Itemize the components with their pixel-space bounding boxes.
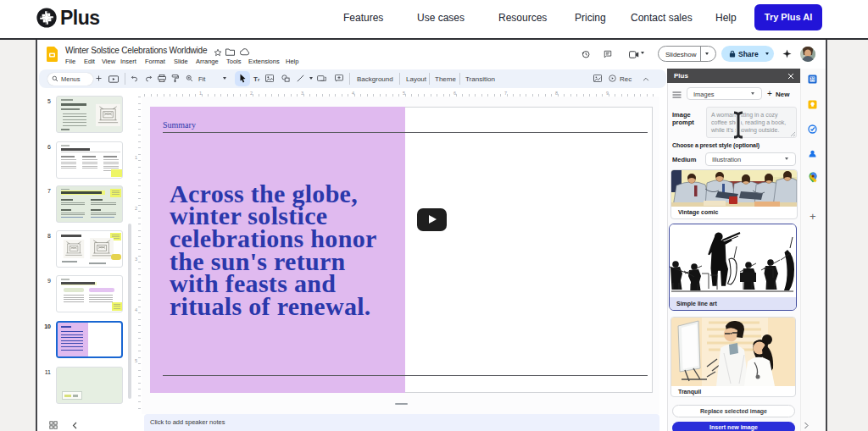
svg-text:31: 31 [810, 76, 815, 81]
